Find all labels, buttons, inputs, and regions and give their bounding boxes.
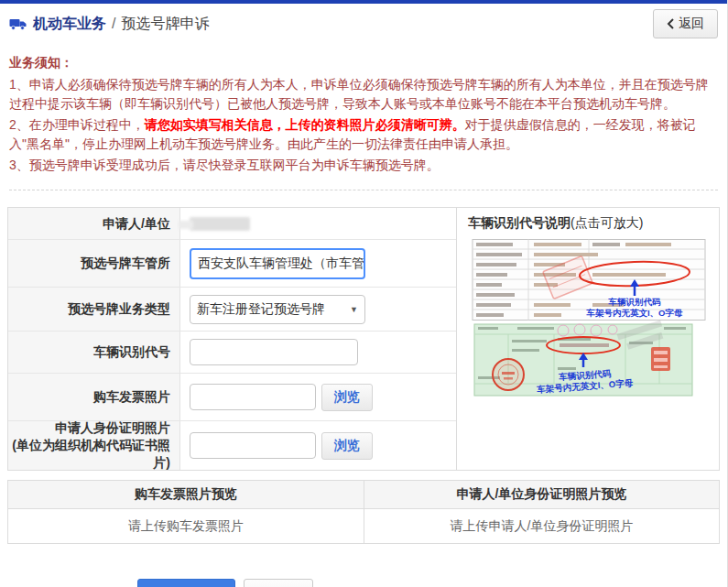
truck-icon [9, 17, 27, 31]
notice-item-2-emphasis: 请您如实填写相关信息，上传的资料照片必须清晰可辨。 [145, 117, 465, 132]
row-vin: 车辆识别代号 [8, 331, 456, 373]
row-id-photo: 申请人身份证明照片 (单位为组织机构代码证书照片) 浏览 [8, 420, 456, 470]
chevron-left-icon [667, 18, 674, 29]
back-button-label: 返回 [679, 16, 704, 32]
notice-item-3: 3、预选号牌申诉受理成功后，请尽快登录互联网平台为申诉车辆预选号牌。 [9, 156, 718, 175]
business-type-select[interactable]: 新车注册登记预选号牌 ▼ [190, 295, 365, 324]
return-button-bottom[interactable]: ⟳ 返回 [244, 579, 314, 587]
notice-item-1: 1、申请人必须确保待预选号牌车辆的所有人为本人，申诉单位必须确保待预选号牌车辆的… [9, 75, 718, 114]
applicant-value-redacted [190, 217, 250, 231]
vin-explanation-title-text: 车辆识别代号说明 [468, 215, 570, 230]
row-office: 预选号牌车管所 西安支队车辆管理处（市车管所 ▼ [8, 239, 456, 287]
breadcrumb-section[interactable]: 机动车业务 [33, 15, 106, 34]
vin-explanation-panel: 车辆识别代号说明(点击可放大) [456, 208, 719, 470]
submit-appeal-button[interactable]: ✔ 提交申诉 [137, 579, 235, 587]
row-invoice-photo: 购车发票照片 浏览 [8, 373, 456, 420]
preview-header-row: 购车发票照片预览 申请人/单位身份证明照片预览 [8, 481, 719, 509]
id-preview-placeholder: 请上传申请人/单位身份证明照片 [364, 509, 719, 543]
appeal-form-panel: 申请人/单位 预选号牌车管所 西安支队车辆管理处（市车管所 ▼ 预选号牌业务类型… [7, 207, 720, 471]
invoice-photo-label: 购车发票照片 [8, 374, 180, 420]
applicant-label: 申请人/单位 [8, 208, 180, 239]
notice-item-2: 2、在办理申诉过程中，请您如实填写相关信息，上传的资料照片必须清晰可辨。对于提供… [9, 115, 718, 154]
invoice-preview-header: 购车发票照片预览 [8, 481, 364, 508]
business-type-label: 预选号牌业务类型 [8, 288, 180, 331]
back-button-top[interactable]: 返回 [653, 9, 718, 38]
photo-preview-table: 购车发票照片预览 申请人/单位身份证明照片预览 请上传购车发票照片 请上传申请人… [7, 480, 720, 544]
vin-label: 车辆识别代号 [8, 332, 180, 373]
breadcrumb-current: 预选号牌申诉 [121, 15, 209, 34]
vin-note-line2-top: 车架号内无英文I、O字母 [585, 308, 683, 318]
breadcrumb-separator: / [112, 16, 115, 32]
vin-note-line1-top: 车辆识别代码 [608, 297, 662, 307]
vin-explanation-title-hint: (点击可放大) [570, 215, 643, 230]
form-fields: 申请人/单位 预选号牌车管所 西安支队车辆管理处（市车管所 ▼ 预选号牌业务类型… [8, 208, 456, 470]
page-header: 机动车业务 / 预选号牌申诉 返回 [0, 4, 727, 44]
office-label: 预选号牌车管所 [8, 240, 180, 287]
row-business-type: 预选号牌业务类型 新车注册登记预选号牌 ▼ [8, 287, 456, 331]
id-photo-label-line2: (单位为组织机构代码证书照片) [12, 437, 170, 472]
row-applicant: 申请人/单位 [8, 208, 456, 239]
notice-item-2-prefix: 2、在办理申诉过程中， [9, 117, 145, 132]
square-stamp [651, 347, 670, 371]
office-select-value: 西安支队车辆管理处（市车管所 [198, 255, 365, 272]
invoice-preview-placeholder: 请上传购车发票照片 [8, 509, 364, 543]
invoice-photo-file-input[interactable] [190, 384, 316, 410]
certificate-top: 车辆识别代码 车架号内无英文I、O字母 [473, 240, 705, 321]
id-browse-button[interactable]: 浏览 [321, 432, 373, 460]
preview-body-row: 请上传购车发票照片 请上传申请人/单位身份证明照片 [8, 509, 719, 543]
invoice-browse-button[interactable]: 浏览 [321, 384, 373, 411]
id-preview-header: 申请人/单位身份证明照片预览 [364, 481, 719, 508]
id-photo-file-input[interactable] [190, 432, 316, 459]
vin-explanation-image[interactable]: 车辆识别代码 车架号内无英文I、O字母 [472, 239, 708, 404]
round-stamp [493, 359, 524, 390]
chevron-down-icon: ▼ [350, 305, 358, 314]
notice-title: 业务须知： [9, 53, 718, 72]
id-photo-label-line1: 申请人身份证明照片 [55, 419, 170, 437]
id-photo-label: 申请人身份证明照片 (单位为组织机构代码证书照片) [8, 421, 180, 470]
certificate-bottom: 车辆识别代码 车架号内无英文I、O字母 [474, 320, 692, 396]
business-type-select-value: 新车注册登记预选号牌 [197, 301, 325, 318]
form-actions: ✔ 提交申诉 ⟳ 返回 [137, 579, 727, 587]
business-notice: 业务须知： 1、申请人必须确保待预选号牌车辆的所有人为本人，申诉单位必须确保待预… [9, 53, 718, 190]
vin-explanation-title: 车辆识别代号说明(点击可放大) [468, 215, 708, 232]
office-select[interactable]: 西安支队车辆管理处（市车管所 ▼ [190, 248, 365, 279]
breadcrumb: 机动车业务 / 预选号牌申诉 [9, 15, 209, 34]
vin-input[interactable] [190, 339, 358, 365]
